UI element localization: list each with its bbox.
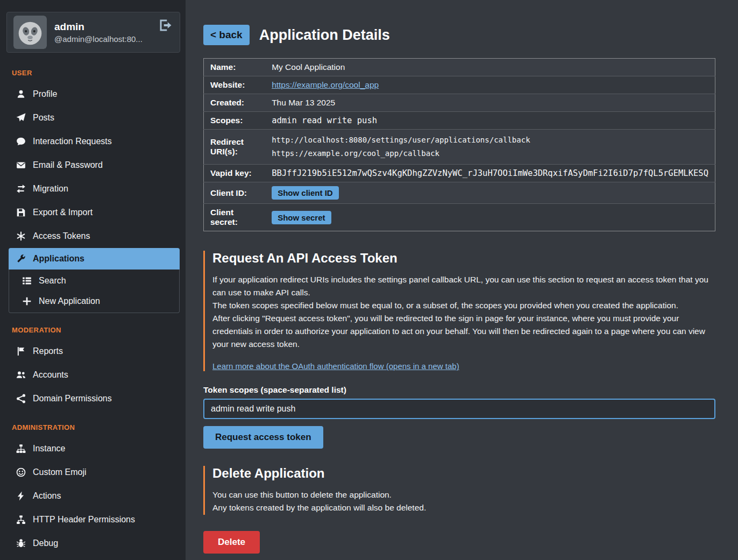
table-row-created: Created: Thu Mar 13 2025 (204, 94, 715, 112)
row-value: http://localhost:8080/settings/user/appl… (265, 130, 715, 165)
sidebar-item-migration[interactable]: Migration (0, 177, 186, 201)
sidebar-item-profile[interactable]: Profile (0, 82, 186, 106)
table-row-client-id: Client ID: Show client ID (204, 182, 715, 204)
delete-button[interactable]: Delete (203, 531, 260, 554)
sidebar: admin @admin@localhost:80... USER Profil… (0, 0, 186, 560)
nav-moderation: Reports Accounts Domain Permissions (0, 339, 186, 410)
delete-section-line-1: You can use this button to delete the ap… (212, 488, 715, 501)
sidebar-item-label: Email & Password (33, 160, 103, 171)
sidebar-item-posts[interactable]: Posts (0, 106, 186, 130)
token-scopes-input[interactable] (203, 399, 715, 419)
main-content: < back Application Details Name: My Cool… (186, 0, 738, 560)
sidebar-item-new-application[interactable]: New Application (9, 291, 179, 311)
sidebar-item-http-header-permissions[interactable]: HTTP Header Permissions (0, 508, 186, 531)
users-icon (16, 370, 26, 380)
sidebar-item-domain-permissions[interactable]: Domain Permissions (0, 387, 186, 410)
table-row-vapid-key: Vapid key: BBJffJ219b5iE512m7wQSzv4KgKDh… (204, 165, 715, 182)
sidebar-item-label: Interaction Requests (33, 136, 112, 147)
sidebar-item-instance[interactable]: Instance (0, 437, 186, 460)
applications-submenu: Search New Application (9, 270, 180, 313)
sidebar-item-label: HTTP Header Permissions (33, 514, 135, 525)
sidebar-item-actions[interactable]: Actions (0, 484, 186, 508)
table-row-name: Name: My Cool Application (204, 59, 715, 76)
row-label: Scopes: (204, 112, 266, 130)
sidebar-item-label: Custom Emoji (33, 467, 87, 478)
asterisk-icon (16, 231, 26, 241)
redirect-uri-2: https://example.org/cool_app/callback (272, 147, 708, 160)
sidebar-item-applications-search[interactable]: Search (9, 271, 179, 291)
delete-section-line-2: Any tokens created by the application wi… (212, 501, 715, 514)
delete-application-section: Delete Application You can use this butt… (203, 466, 715, 514)
sidebar-item-label: Applications (33, 253, 84, 264)
sidebar-item-label: Posts (33, 112, 54, 123)
website-link[interactable]: https://example.org/cool_app (272, 80, 379, 89)
user-name: admin (54, 21, 143, 33)
user-card[interactable]: admin @admin@localhost:80... (6, 12, 180, 53)
user-meta: admin @admin@localhost:80... (54, 21, 143, 44)
nav-administration: Instance Custom Emoji Actions HTTP Heade… (0, 437, 186, 555)
show-secret-button[interactable]: Show secret (272, 211, 331, 224)
sidebar-item-label: Instance (33, 443, 65, 454)
bug-icon (16, 538, 26, 548)
token-scopes-label: Token scopes (space-separated list) (203, 385, 715, 395)
network-icon (16, 515, 26, 524)
sidebar-item-custom-emoji[interactable]: Custom Emoji (0, 460, 186, 484)
row-label: Created: (204, 94, 266, 112)
token-section-heading: Request An API Access Token (212, 251, 715, 266)
sidebar-item-label: Accounts (33, 370, 68, 380)
envelope-icon (16, 160, 26, 170)
sidebar-item-accounts[interactable]: Accounts (0, 363, 186, 387)
sidebar-item-label: Profile (33, 89, 57, 100)
comment-icon (16, 137, 26, 146)
sidebar-item-debug[interactable]: Debug (0, 531, 186, 555)
sidebar-item-label: Debug (33, 538, 58, 549)
sidebar-item-export-import[interactable]: Export & Import (0, 201, 186, 224)
profile-icon (16, 89, 26, 99)
section-label-moderation: MODERATION (0, 313, 186, 339)
sidebar-item-reports[interactable]: Reports (0, 339, 186, 363)
smiley-icon (16, 467, 26, 477)
sidebar-item-label: Search (39, 275, 66, 286)
row-label: Vapid key: (204, 165, 266, 182)
row-value: Show secret (265, 204, 715, 231)
sidebar-item-label: Reports (33, 346, 63, 357)
redirect-uri-1: http://localhost:8080/settings/user/appl… (272, 133, 708, 147)
sloth-avatar (13, 16, 47, 49)
sidebar-item-label: Migration (33, 183, 68, 194)
wrench-icon (16, 254, 26, 264)
request-access-token-button[interactable]: Request access token (203, 426, 323, 449)
table-row-redirect-uris: Redirect URI(s): http://localhost:8080/s… (204, 130, 715, 165)
sidebar-item-applications[interactable]: Applications (9, 248, 180, 270)
row-value: Thu Mar 13 2025 (265, 94, 715, 112)
sidebar-item-email-password[interactable]: Email & Password (0, 153, 186, 177)
plus-icon (22, 296, 32, 306)
table-row-scopes: Scopes: admin read write push (204, 112, 715, 130)
logout-icon[interactable] (159, 19, 172, 32)
row-label: Website: (204, 76, 266, 94)
oauth-docs-link[interactable]: Learn more about the OAuth authenticatio… (212, 361, 459, 371)
sidebar-item-label: Export & Import (33, 207, 93, 218)
show-client-id-button[interactable]: Show client ID (272, 186, 339, 200)
sitemap-icon (16, 444, 26, 453)
page-title: Application Details (259, 27, 390, 44)
sidebar-item-label: New Application (39, 296, 100, 307)
row-value: https://example.org/cool_app (265, 76, 715, 94)
table-row-client-secret: Client secret: Show secret (204, 204, 715, 231)
sidebar-item-access-tokens[interactable]: Access Tokens (0, 224, 186, 248)
sidebar-item-label: Domain Permissions (33, 393, 112, 404)
back-button[interactable]: < back (203, 25, 250, 45)
sidebar-item-label: Actions (33, 491, 61, 501)
row-label: Client ID: (204, 182, 266, 204)
paper-plane-icon (16, 113, 26, 123)
exchange-arrows-icon (16, 184, 26, 194)
row-label: Redirect URI(s): (204, 130, 266, 165)
token-section-paragraph-3: After clicking "Request access token", y… (212, 312, 715, 351)
token-request-actions: Request access token (203, 419, 715, 466)
sidebar-item-interaction-requests[interactable]: Interaction Requests (0, 130, 186, 153)
page-header: < back Application Details (203, 25, 715, 45)
token-section-paragraph-2: The token scopes specified below must be… (212, 299, 715, 312)
row-value: Show client ID (265, 182, 715, 204)
token-request-section: Request An API Access Token If your appl… (203, 251, 715, 371)
section-label-administration: ADMINISTRATION (0, 410, 186, 437)
row-label: Name: (204, 59, 266, 76)
